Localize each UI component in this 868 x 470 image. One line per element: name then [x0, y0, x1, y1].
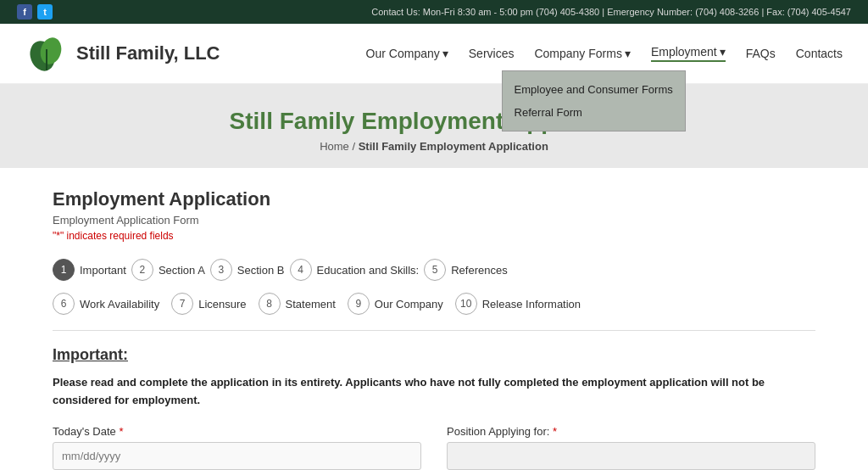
steps-row-2: 6 Work Availability 7 Licensure 8 Statem…	[53, 293, 815, 315]
step-7-label: Licensure	[198, 298, 246, 311]
step-3[interactable]: 3 Section B	[210, 259, 285, 281]
top-bar: f t Contact Us: Mon-Fri 8:30 am - 5:00 p…	[0, 0, 868, 24]
form-steps: 1 Important 2 Section A 3 Section B 4 Ed…	[53, 259, 815, 315]
nav-employment[interactable]: Employment ▾	[651, 45, 726, 62]
step-2[interactable]: 2 Section A	[131, 259, 205, 281]
step-10[interactable]: 10 Release Information	[455, 293, 581, 315]
step-1-label: Important	[80, 264, 126, 277]
contact-info: Contact Us: Mon-Fri 8:30 am - 5:00 pm (7…	[371, 7, 851, 17]
step-10-label: Release Information	[482, 298, 581, 311]
breadcrumb-home[interactable]: Home	[320, 140, 349, 153]
dropdown-employee-forms[interactable]: Employee and Consumer Forms	[503, 78, 685, 101]
step-1[interactable]: 1 Important	[53, 259, 126, 281]
nav-contacts[interactable]: Contacts	[796, 47, 843, 60]
main-content: Employment Application Employment Applic…	[27, 168, 841, 470]
step-8-label: Statement	[286, 298, 336, 311]
step-9[interactable]: 9 Our Company	[348, 293, 443, 315]
important-section-title: Important:	[53, 346, 815, 364]
step-7-num: 7	[171, 293, 193, 315]
logo-text: Still Family, LLC	[76, 42, 220, 64]
main-nav: Our Company ▾ Services Company Forms ▾ E…	[366, 45, 843, 62]
breadcrumb-current: Still Family Employment Application	[359, 140, 548, 153]
step-4-label: Education and Skills:	[317, 264, 420, 277]
logo-icon	[25, 32, 68, 75]
chevron-down-icon: ▾	[442, 47, 448, 60]
hero-section: Still Family Employment Application Home…	[0, 84, 868, 168]
page-title: Still Family Employment Application	[17, 108, 851, 135]
todays-date-input[interactable]	[53, 442, 421, 470]
todays-date-label: Today's Date *	[53, 425, 421, 438]
step-2-label: Section A	[159, 264, 205, 277]
step-6[interactable]: 6 Work Availability	[53, 293, 159, 315]
step-2-num: 2	[131, 259, 153, 281]
step-6-num: 6	[53, 293, 75, 315]
step-9-num: 9	[348, 293, 370, 315]
step-3-label: Section B	[237, 264, 285, 277]
required-note: "*" indicates required fields	[53, 230, 815, 242]
nav-company-forms[interactable]: Company Forms ▾	[534, 47, 630, 60]
position-applying-input[interactable]	[447, 442, 815, 470]
nav-faqs[interactable]: FAQs	[746, 47, 776, 60]
form-fields-row: Today's Date * Position Applying for: *	[53, 425, 815, 470]
section-divider	[53, 330, 815, 331]
step-7[interactable]: 7 Licensure	[171, 293, 246, 315]
step-9-label: Our Company	[375, 298, 443, 311]
social-links[interactable]: f t	[17, 4, 53, 20]
important-text: Please read and complete the application…	[53, 374, 815, 410]
step-5-num: 5	[424, 259, 446, 281]
step-3-num: 3	[210, 259, 232, 281]
position-applying-group: Position Applying for: *	[447, 425, 815, 470]
step-6-label: Work Availability	[80, 298, 159, 311]
step-8-num: 8	[259, 293, 281, 315]
step-1-num: 1	[53, 259, 75, 281]
header: Still Family, LLC Our Company ▾ Services…	[0, 24, 868, 84]
twitter-icon[interactable]: t	[37, 4, 53, 20]
logo[interactable]: Still Family, LLC	[25, 32, 220, 75]
chevron-down-icon: ▾	[625, 47, 631, 60]
facebook-icon[interactable]: f	[17, 4, 32, 20]
todays-date-group: Today's Date *	[53, 425, 421, 470]
required-star-position: *	[553, 425, 557, 438]
nav-services[interactable]: Services	[469, 47, 515, 60]
step-5-label: References	[451, 264, 507, 277]
step-10-num: 10	[455, 293, 477, 315]
company-forms-dropdown: Employee and Consumer Forms Referral For…	[502, 70, 686, 131]
form-title: Employment Application	[53, 188, 815, 210]
step-8[interactable]: 8 Statement	[259, 293, 336, 315]
nav-our-company[interactable]: Our Company ▾	[366, 47, 448, 60]
form-subtitle: Employment Application Form	[53, 214, 815, 227]
breadcrumb: Home / Still Family Employment Applicati…	[17, 140, 851, 153]
required-star-date: *	[119, 425, 123, 438]
chevron-down-icon: ▾	[720, 45, 726, 59]
step-4-num: 4	[290, 259, 312, 281]
step-5[interactable]: 5 References	[424, 259, 507, 281]
dropdown-referral-form[interactable]: Referral Form	[503, 101, 685, 124]
step-4[interactable]: 4 Education and Skills:	[290, 259, 420, 281]
position-applying-label: Position Applying for: *	[447, 425, 815, 438]
